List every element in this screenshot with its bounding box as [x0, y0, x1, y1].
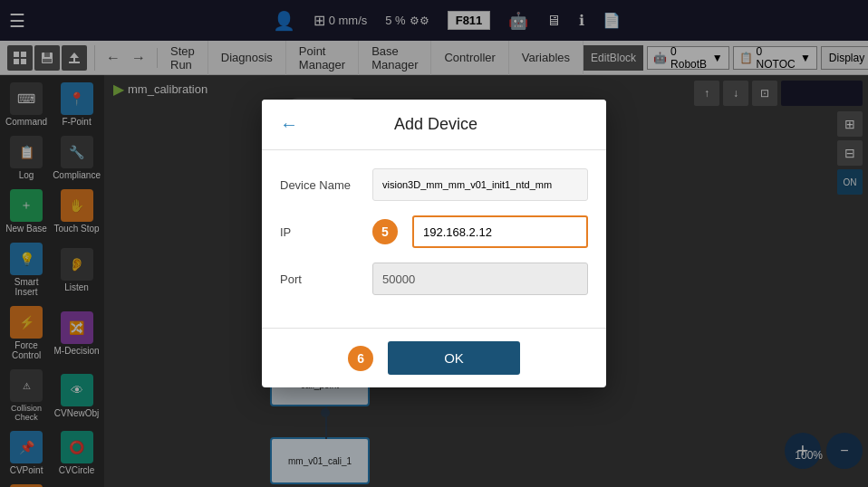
- step-6-badge: 6: [348, 346, 373, 371]
- ok-button[interactable]: OK: [388, 341, 520, 375]
- port-label: Port: [280, 272, 362, 286]
- port-input[interactable]: [372, 263, 588, 295]
- device-name-row: Device Name: [280, 168, 588, 201]
- add-device-modal: ← Add Device Device Name IP 5 Port 6 OK: [262, 100, 606, 387]
- ip-row: IP 5: [280, 215, 588, 248]
- device-name-input[interactable]: [372, 168, 588, 201]
- device-name-label: Device Name: [280, 178, 362, 192]
- modal-overlay: ← Add Device Device Name IP 5 Port 6 OK: [0, 0, 868, 487]
- ip-input[interactable]: [412, 215, 588, 248]
- modal-title: Add Device: [309, 115, 588, 134]
- step-5-badge: 5: [372, 219, 398, 244]
- modal-footer: 6 OK: [262, 328, 606, 387]
- modal-back-button[interactable]: ←: [280, 114, 298, 135]
- modal-header: ← Add Device: [262, 100, 606, 150]
- ip-label: IP: [280, 225, 362, 239]
- modal-body: Device Name IP 5 Port: [262, 150, 606, 328]
- port-row: Port: [280, 263, 588, 295]
